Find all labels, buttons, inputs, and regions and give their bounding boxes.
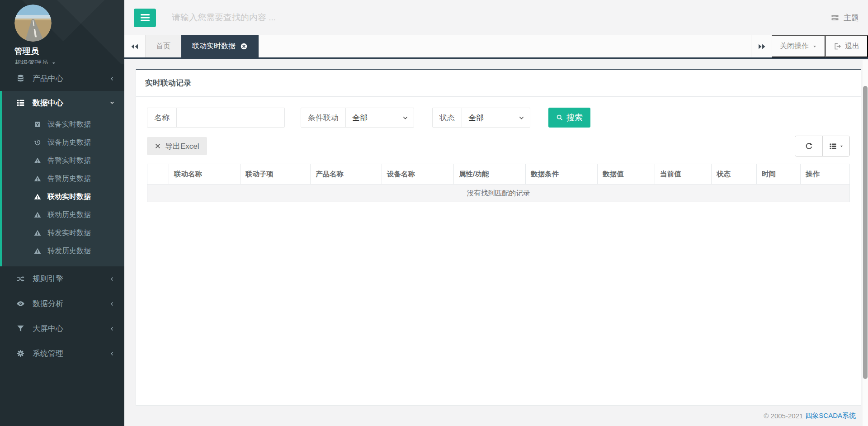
sidebar-subitem-转发实时数据[interactable]: 转发实时数据 — [2, 224, 124, 242]
export-excel-button[interactable]: 导出Excel — [147, 137, 207, 155]
search-icon — [556, 114, 563, 121]
app-window: 管理员 超级管理员 产品中心数据中心设备实时数据设备历史数据告警实时数据告警历史… — [0, 0, 868, 426]
sidebar-item-规则引擎[interactable]: 规则引擎 — [0, 266, 124, 291]
sidebar-subitem-label: 告警实时数据 — [47, 156, 91, 166]
sidebar-section: 数据分析 — [0, 291, 124, 316]
tab-首页[interactable]: 首页 — [145, 35, 181, 57]
filter-row: 名称 条件联动 全部 状态 — [147, 108, 850, 128]
warning-icon — [33, 157, 42, 164]
sidebar-item-label: 产品中心 — [33, 73, 63, 84]
menu-toggle-button[interactable] — [134, 9, 156, 27]
sidebar-subitem-联动历史数据[interactable]: 联动历史数据 — [2, 206, 124, 224]
name-filter-input[interactable] — [177, 108, 284, 127]
brand-link[interactable]: 四象SCADA系统 — [805, 412, 856, 420]
content-area: 实时联动记录 名称 条件联动 全部 — [124, 59, 868, 426]
chevron-left-icon — [109, 76, 115, 82]
sidebar-subitem-联动实时数据[interactable]: 联动实时数据 — [2, 188, 124, 206]
column-header-数据值: 数据值 — [598, 164, 655, 185]
table-empty-row: 没有找到匹配的记录 — [147, 185, 850, 202]
sidebar-item-label: 系统管理 — [33, 348, 63, 359]
sidebar-section: 系统管理 — [0, 341, 124, 366]
sidebar: 管理员 超级管理员 产品中心数据中心设备实时数据设备历史数据告警实时数据告警历史… — [0, 0, 124, 426]
status-filter-label: 状态 — [433, 108, 462, 127]
sidebar-subitem-label: 联动历史数据 — [47, 210, 91, 220]
sidebar-subitem-转发历史数据[interactable]: 转发历史数据 — [2, 242, 124, 260]
sidebar-subitem-label: 设备历史数据 — [47, 138, 91, 147]
sidebar-section: 大屏中心 — [0, 316, 124, 341]
sidebar-subitem-设备实时数据[interactable]: 设备实时数据 — [2, 115, 124, 133]
logout-label: 退出 — [845, 42, 859, 51]
linkage-select-value: 全部 — [352, 113, 368, 123]
columns-dropdown-button[interactable] — [822, 136, 849, 156]
status-filter-group: 状态 全部 — [432, 108, 530, 128]
vertical-scrollbar — [863, 60, 868, 426]
sidebar-subitem-告警实时数据[interactable]: 告警实时数据 — [2, 151, 124, 170]
scrollbar-thumb[interactable] — [863, 86, 868, 379]
device-data-icon — [33, 121, 42, 128]
sidebar-section: 数据中心设备实时数据设备历史数据告警实时数据告警历史数据联动实时数据联动历史数据… — [0, 91, 124, 266]
realtime-linkage-panel: 实时联动记录 名称 条件联动 全部 — [136, 69, 861, 406]
column-header-select — [147, 164, 169, 185]
x-icon — [155, 143, 161, 149]
sidebar-subitem-label: 告警历史数据 — [47, 174, 91, 184]
tab-close-icon[interactable] — [240, 43, 248, 50]
user-panel: 管理员 超级管理员 — [0, 0, 124, 64]
sidebar-subitem-label: 设备实时数据 — [47, 120, 91, 129]
sidebar-subitem-label: 联动实时数据 — [47, 192, 91, 202]
warning-icon — [33, 175, 42, 182]
forward-icon — [758, 43, 766, 50]
toolbar-row: 导出Excel — [147, 136, 850, 156]
sidebar-item-系统管理[interactable]: 系统管理 — [0, 341, 124, 366]
sidebar-subitem-告警历史数据[interactable]: 告警历史数据 — [2, 170, 124, 188]
column-header-状态: 状态 — [712, 164, 757, 185]
eye-icon — [15, 299, 26, 308]
tabbar: 首页联动实时数据 关闭操作 退出 — [124, 35, 868, 59]
sidebar-section: 产品中心 — [0, 66, 124, 91]
sidebar-subitem-label: 转发历史数据 — [47, 246, 91, 256]
column-header-设备名称: 设备名称 — [382, 164, 454, 185]
sidebar-item-label: 数据分析 — [33, 298, 63, 309]
tabs-scroll-right-button[interactable] — [751, 35, 772, 57]
refresh-button[interactable] — [795, 136, 822, 156]
table-tools-group — [795, 136, 850, 156]
name-filter-label: 名称 — [147, 108, 177, 127]
tab-label: 首页 — [156, 42, 170, 51]
search-button[interactable]: 搜索 — [548, 108, 590, 128]
warning-icon — [33, 247, 42, 255]
status-select[interactable]: 全部 — [462, 108, 530, 127]
caret-down-icon — [840, 144, 844, 148]
sidebar-item-产品中心[interactable]: 产品中心 — [0, 66, 124, 91]
status-select-value: 全部 — [468, 113, 484, 123]
history-icon — [33, 139, 42, 146]
column-header-当前值: 当前值 — [655, 164, 712, 185]
sidebar-section: 规则引擎 — [0, 266, 124, 291]
logout-button[interactable]: 退出 — [826, 35, 868, 57]
sidebar-item-大屏中心[interactable]: 大屏中心 — [0, 316, 124, 341]
close-operations-dropdown[interactable]: 关闭操作 — [772, 35, 826, 57]
column-header-操作: 操作 — [801, 164, 850, 185]
footer: © 2005-2021 四象SCADA系统 — [136, 406, 861, 426]
sidebar-submenu: 设备实时数据设备历史数据告警实时数据告警历史数据联动实时数据联动历史数据转发实时… — [2, 114, 124, 266]
export-excel-label: 导出Excel — [165, 141, 199, 151]
theme-button[interactable]: 主题 — [830, 13, 859, 23]
user-role-label: 超级管理员 — [14, 59, 48, 64]
sidebar-item-数据中心[interactable]: 数据中心 — [2, 91, 124, 114]
chevron-left-icon — [109, 350, 115, 357]
column-header-联动子项: 联动子项 — [241, 164, 311, 185]
chevron-left-icon — [109, 326, 115, 332]
sidebar-subitem-设备历史数据[interactable]: 设备历史数据 — [2, 133, 124, 151]
global-search-input[interactable] — [172, 13, 830, 23]
user-role-dropdown[interactable]: 超级管理员 — [14, 59, 124, 64]
panel-title: 实时联动记录 — [136, 70, 861, 97]
copyright-text: © 2005-2021 — [764, 412, 803, 420]
linkage-filter-label: 条件联动 — [301, 108, 346, 127]
close-operations-label: 关闭操作 — [780, 42, 809, 51]
name-filter-group: 名称 — [147, 108, 285, 128]
tab-联动实时数据[interactable]: 联动实时数据 — [181, 35, 259, 57]
panel-body: 名称 条件联动 全部 状态 — [136, 97, 861, 213]
linkage-select[interactable]: 全部 — [346, 108, 414, 127]
shuffle-icon — [15, 275, 26, 283]
tabs-scroll-left-button[interactable] — [124, 35, 145, 57]
sidebar-item-数据分析[interactable]: 数据分析 — [0, 291, 124, 316]
gear-icon — [15, 349, 26, 358]
